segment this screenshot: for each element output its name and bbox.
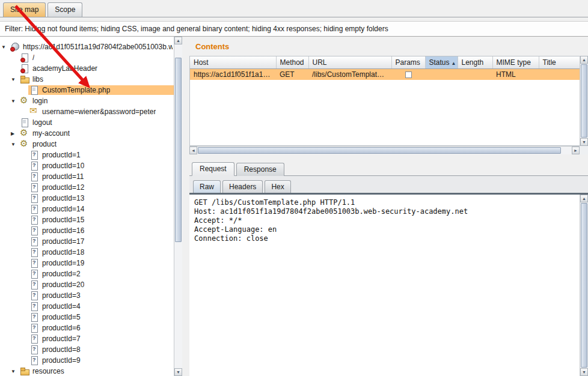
contents-panel: Contents HostMethodURLParamsStatus▲Lengt… <box>189 37 588 376</box>
tree-scrollbar-thumb[interactable] <box>175 58 182 242</box>
column-header-label: Length <box>462 58 484 67</box>
collapse-toggle-icon[interactable]: ▼ <box>11 369 19 374</box>
collapse-toggle-icon[interactable]: ▼ <box>11 99 19 104</box>
contents-hscrollbar-thumb[interactable] <box>198 147 561 154</box>
collapse-toggle-icon[interactable]: ▼ <box>11 142 19 147</box>
tree-item[interactable]: productId=12 <box>0 182 174 193</box>
column-header-length[interactable]: Length <box>458 56 492 68</box>
tree-item[interactable]: productId=19 <box>0 258 174 268</box>
column-header-title[interactable]: Title <box>539 56 580 68</box>
message-format-tab-bar: RawHeadersHex <box>189 180 588 193</box>
tree-item[interactable]: logout <box>0 117 174 128</box>
tree-item-label: https://ac1d1f051f1a19d7804f2abe0051003b… <box>23 43 173 51</box>
request-vscrollbar[interactable] <box>580 195 588 376</box>
tree-item-content: productId=4 <box>28 302 174 311</box>
tree-item[interactable]: productId=3 <box>0 290 174 301</box>
contents-hscrollbar-track[interactable] <box>197 147 572 154</box>
tree-item[interactable]: ▼login <box>0 96 174 106</box>
column-header-method[interactable]: Method <box>276 56 308 68</box>
tree-item-content: productId=11 <box>28 172 174 181</box>
tree-item-content: productId=14 <box>28 204 174 214</box>
tree-item[interactable]: productId=13 <box>0 193 174 204</box>
column-header-url[interactable]: URL <box>308 56 391 68</box>
tree-item[interactable]: productId=16 <box>0 225 174 236</box>
tree-item[interactable]: productId=14 <box>0 204 174 214</box>
scroll-left-icon[interactable] <box>189 147 197 154</box>
scroll-up-icon[interactable] <box>174 37 182 44</box>
tree-item-label: resources <box>32 367 64 375</box>
cell-status <box>425 68 458 80</box>
scroll-down-icon[interactable] <box>174 368 182 376</box>
tree-item[interactable]: / <box>0 52 174 63</box>
column-header-status[interactable]: Status▲ <box>425 56 458 68</box>
sitemap-tree: ▼https://ac1d1f051f1a19d7804f2abe0051003… <box>0 37 174 376</box>
tree-item[interactable]: productId=18 <box>0 247 174 258</box>
tab-response[interactable]: Response <box>236 163 284 176</box>
tree-item[interactable]: ▼libs <box>0 74 174 85</box>
tree-item[interactable]: ▼resources <box>0 366 174 376</box>
tree-item[interactable]: username=wiener&password=peter <box>0 106 174 117</box>
scroll-right-icon[interactable] <box>572 147 580 154</box>
tree-scrollbar[interactable] <box>174 37 182 376</box>
tree-item[interactable]: CustomTemplate.php <box>0 85 174 96</box>
tab-hex[interactable]: Hex <box>265 180 290 193</box>
tab-site-map[interactable]: Site map <box>3 2 46 17</box>
tree-item[interactable]: productId=17 <box>0 236 174 247</box>
column-header-host[interactable]: Host <box>190 56 276 68</box>
tree-item-content: productId=6 <box>28 323 174 333</box>
contents-vscrollbar-thumb[interactable] <box>581 64 587 138</box>
tab-raw[interactable]: Raw <box>193 180 221 193</box>
tree-item[interactable]: ▼product <box>0 139 174 150</box>
scroll-down-icon[interactable] <box>580 368 588 376</box>
column-header-mime-type[interactable]: MIME type <box>492 56 539 68</box>
scroll-down-icon[interactable] <box>580 138 588 146</box>
file-param-icon <box>29 335 39 343</box>
tree-item[interactable]: productId=8 <box>0 344 174 355</box>
panel-splitter[interactable] <box>182 37 189 376</box>
tree-item-content: logout <box>19 118 174 127</box>
tree-item[interactable]: productId=5 <box>0 312 174 323</box>
filter-bar[interactable]: Filter: Hiding not found items; hiding C… <box>0 21 588 37</box>
request-vscrollbar-thumb[interactable] <box>581 203 587 368</box>
expand-toggle-icon[interactable]: ▶ <box>11 131 19 136</box>
contents-vscrollbar-track[interactable] <box>580 64 588 138</box>
tree-item[interactable]: productId=1 <box>0 150 174 160</box>
contents-hscrollbar[interactable] <box>189 146 580 154</box>
column-header-label: Method <box>280 58 304 67</box>
tree-item[interactable]: productId=6 <box>0 323 174 333</box>
tree-item[interactable]: productId=9 <box>0 355 174 366</box>
tree-item-label: productId=18 <box>42 248 84 256</box>
file-param-icon <box>29 270 39 278</box>
tree-item[interactable]: productId=11 <box>0 171 174 182</box>
tab-headers[interactable]: Headers <box>222 180 263 193</box>
collapse-toggle-icon[interactable]: ▼ <box>11 77 19 82</box>
tree-item[interactable]: productId=4 <box>0 301 174 312</box>
tree-item[interactable]: productId=7 <box>0 333 174 344</box>
tree-item[interactable]: productId=15 <box>0 214 174 225</box>
tree-item[interactable]: productId=20 <box>0 279 174 290</box>
request-vscrollbar-track[interactable] <box>580 202 588 368</box>
contents-row[interactable]: https://ac1d1f051f1a19d...GET/libs/Custo… <box>190 68 580 80</box>
cell-params <box>391 68 425 80</box>
tree-item-label: logout <box>32 118 52 127</box>
contents-table-region: HostMethodURLParamsStatus▲LengthMIME typ… <box>189 56 588 146</box>
collapse-toggle-icon[interactable]: ▼ <box>1 44 9 50</box>
tree-item[interactable]: academyLabHeader <box>0 63 174 74</box>
tab-request[interactable]: Request <box>192 162 234 176</box>
tab-scope[interactable]: Scope <box>47 2 82 17</box>
tree-scrollbar-track[interactable] <box>174 44 182 368</box>
column-header-params[interactable]: Params <box>391 56 425 68</box>
contents-vscrollbar[interactable] <box>580 56 588 146</box>
scroll-up-icon[interactable] <box>580 56 588 64</box>
file-red-icon <box>20 64 29 73</box>
tree-item[interactable]: ▼https://ac1d1f051f1a19d7804f2abe0051003… <box>0 41 174 52</box>
scroll-up-icon[interactable] <box>580 195 588 202</box>
params-checkbox[interactable] <box>405 71 412 78</box>
file-param-icon <box>29 151 39 159</box>
tree-item-label: / <box>32 53 34 62</box>
raw-request-text[interactable]: GET /libs/CustomTemplate.php HTTP/1.1 Ho… <box>189 195 580 376</box>
tree-item[interactable]: productId=10 <box>0 160 174 171</box>
tree-item[interactable]: productId=2 <box>0 268 174 279</box>
tree-item[interactable]: ▶my-account <box>0 128 174 139</box>
tree-item-label: productId=15 <box>42 216 84 224</box>
